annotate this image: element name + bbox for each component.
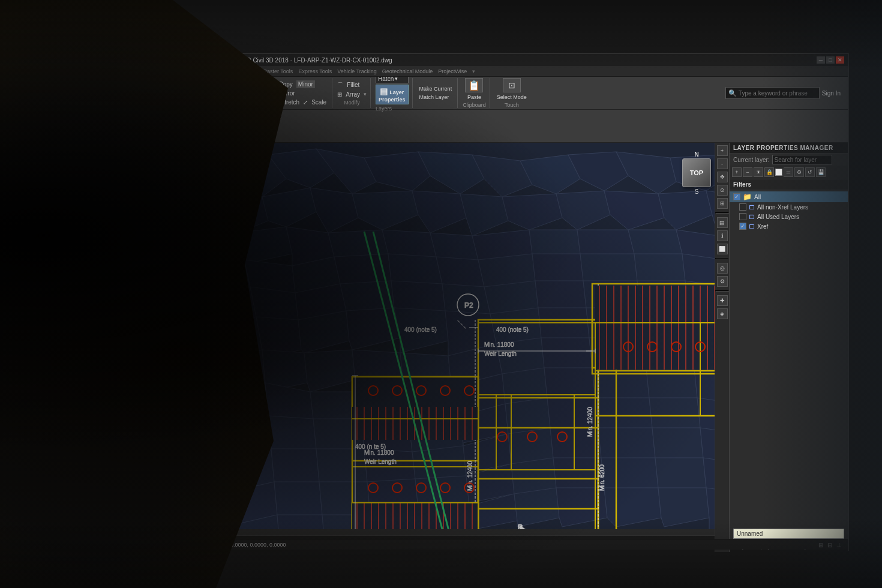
layer-tree: ✓ 📁 All ⧠ All non-Xref Layers ⧠ All Used… [730,190,848,526]
rt-properties[interactable]: ℹ [717,230,728,241]
rt-palette[interactable]: ⬜ [717,244,728,254]
panel-settings[interactable]: ⚙ [794,167,804,177]
svg-text:Weir Length: Weir Length [364,458,397,465]
layer-all-name: All [754,194,761,200]
layer-all-checkbox[interactable]: ✓ [733,193,740,200]
status-coords: 0.0000, 0.0000, 0.0000 [230,542,286,548]
svg-text:Min. 11800: Min. 11800 [364,449,394,456]
modify-label: Modify [337,100,367,106]
compass-s: S [692,187,701,196]
panel-linetype[interactable]: ═ [784,167,793,177]
layer-properties-button[interactable]: ▤ LayerProperties [376,85,409,105]
layer-used[interactable]: ⧠ All Used Layers [730,212,848,221]
rt-extents[interactable]: ⊞ [717,198,728,209]
tb-fillet-icon: ⌒ [337,81,343,89]
viewcube-area: N TOP S [682,150,711,196]
sign-in-label[interactable]: Sign In [822,90,841,97]
title-bar: Autodesk AutoCAD Civil 3D 2018 - LFD-ARP… [196,54,848,66]
panel-save-filter[interactable]: 💾 [816,167,826,177]
panel-new-layer[interactable]: + [732,167,742,177]
rt-pan[interactable]: ✥ [717,172,728,182]
tb-paste[interactable]: Paste [466,94,483,101]
rt-options[interactable]: ⚙ [717,276,728,287]
panel-title: LAYER PROPERTIES MANAGER [730,143,848,154]
all-folder-icon: 📁 [743,193,752,201]
menu-projectwise[interactable]: ProjectWise [438,68,467,74]
tb-array[interactable]: Array [344,91,362,98]
tb-select-mode[interactable]: Select Mode [495,94,529,101]
rt-snap[interactable]: ◈ [717,308,728,319]
svg-text:400 (note 5): 400 (note 5) [496,326,529,333]
svg-text:Weir Length: Weir Length [484,350,517,357]
menu-geotechnical[interactable]: Geotechnical Module [382,68,433,74]
layer-xref[interactable]: ✓ ⧠ Xref [730,221,848,231]
used-layers-icon: ⧠ [749,214,755,220]
layer-used-name: All Used Layers [757,214,799,220]
rt-crosshair[interactable]: ✚ [717,295,728,306]
viewcube[interactable]: TOP [682,158,711,187]
current-layer-label: Current layer: [733,157,770,163]
panel-lock-layer[interactable]: 🔒 [764,167,774,177]
panel-freeze-layer[interactable]: ☀ [754,167,763,177]
panel-refresh[interactable]: ↺ [805,167,815,177]
layer-non-xref-checkbox[interactable] [739,203,746,211]
layer-non-xref[interactable]: ⧠ All non-Xref Layers [730,202,848,212]
menu-extra[interactable]: ▾ [472,68,475,74]
monitor-screen: Autodesk AutoCAD Civil 3D 2018 - LFD-ARP… [195,53,849,551]
search-input[interactable] [739,90,817,97]
layer-xref-checkbox[interactable]: ✓ [739,223,746,230]
touch-label: Touch [505,102,519,108]
window-controls: ─ □ ✕ [817,56,844,64]
svg-text:Min. 11800: Min. 11800 [484,341,514,348]
rt-nav-wheel[interactable]: ◎ [717,263,728,274]
minimize-button[interactable]: ─ [817,56,825,64]
panel-delete-layer[interactable]: − [743,167,752,177]
filters-label: Filters [730,179,848,190]
tb-fillet[interactable]: Fillet [345,81,361,89]
tb-minor[interactable]: Minor [296,80,315,88]
menu-vehicle-tracking[interactable]: Vehicle Tracking [337,68,377,74]
close-button[interactable]: ✕ [836,56,844,64]
svg-text:Min. 12400: Min. 12400 [587,407,593,437]
hatch-top-right [595,286,730,370]
status-grid-icon[interactable]: ⊟ [827,542,832,548]
tb-array-arrow: ▾ [364,91,367,97]
main-toolbar: ↩ ↪ ╱ Draw ⊹ Move [196,77,848,143]
rt-orbit[interactable]: ⊙ [717,185,728,196]
layer-used-checkbox[interactable] [739,213,746,220]
menu-express-tools[interactable]: Express Tools [298,68,332,74]
tb-array-icon: ⊞ [337,91,342,98]
svg-text:400 (note 5): 400 (note 5) [404,326,437,333]
toolbar-row1: ↩ ↪ ╱ Draw ⊹ Move [196,77,848,110]
maximize-button[interactable]: □ [826,56,835,64]
tb-make-current[interactable]: Make Current [418,85,454,92]
unnamed-tooltip: Unnamed [733,529,844,539]
layer-non-xref-name: All non-Xref Layers [757,204,808,211]
panel-toolbar: + − ☀ 🔒 ═ ⚙ ↺ 💾 [730,166,848,179]
layer-properties-icon: ▤ [380,86,388,96]
status-right-icons: ⊞ ⊟ ⊥ [818,541,844,548]
right-toolbar: + - ✥ ⊙ ⊞ ▤ ℹ ⬜ ◎ ⚙ ✚ ◈ [715,143,729,552]
person-silhouette [0,0,288,588]
panel-color[interactable] [775,169,782,176]
layer-all[interactable]: ✓ 📁 All [730,191,848,202]
tb-scale[interactable]: Scale [310,98,328,106]
tb-match-layer[interactable]: Match Layer [418,94,451,101]
rt-zoom-out[interactable]: - [717,158,728,169]
non-xref-icon: ⧠ [749,204,755,211]
tb-scale-icon: ⤢ [303,99,308,106]
paste-icon: 📋 [465,78,483,92]
rt-layers[interactable]: ▤ [717,217,728,228]
svg-text:Min. 12400: Min. 12400 [467,461,473,491]
layer-search-input[interactable] [772,155,832,164]
toolbar-row2: views Draw ▾ Modify ▾ Layers ▾ [196,110,848,127]
clipboard-label: Clipboard [463,102,486,108]
select-mode-icon: ⊡ [503,78,521,92]
quick-access-toolbar: ☰ ◁ ▷ 💾 Help Raster Tools Express Tools … [196,66,848,77]
xref-icon: ⧠ [749,223,755,230]
svg-text:400 (n te 5): 400 (n te 5) [355,443,386,450]
search-icon: 🔍 [728,89,737,97]
status-ortho-icon[interactable]: ⊥ [836,542,842,548]
status-snap-icon[interactable]: ⊞ [818,542,823,548]
rt-zoom-in[interactable]: + [717,145,728,156]
